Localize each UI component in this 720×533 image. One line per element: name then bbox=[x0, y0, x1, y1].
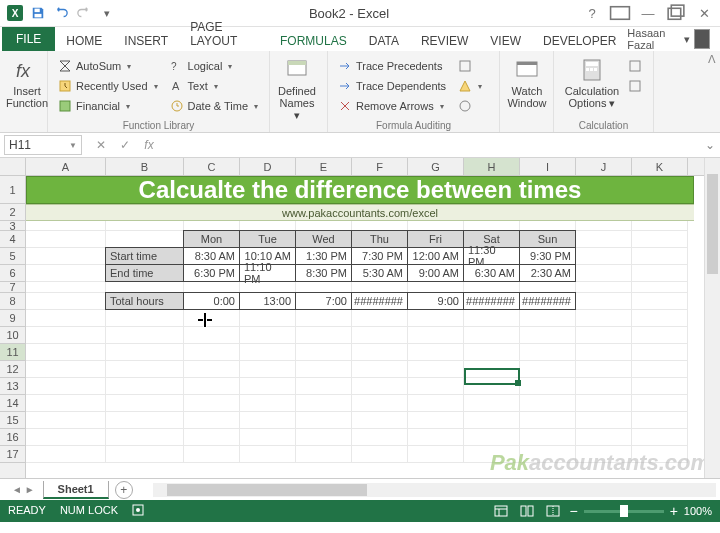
zoom-slider[interactable] bbox=[584, 510, 664, 513]
row-header-17[interactable]: 17 bbox=[0, 446, 25, 463]
tab-home[interactable]: HOME bbox=[55, 31, 113, 51]
start-time-label[interactable]: Start time bbox=[105, 247, 184, 265]
total-0[interactable]: 0:00 bbox=[183, 292, 240, 310]
page-break-view-icon[interactable] bbox=[543, 503, 563, 519]
text-button[interactable]: AText▾ bbox=[166, 76, 263, 96]
zoom-level[interactable]: 100% bbox=[684, 505, 712, 517]
end-2[interactable]: 8:30 PM bbox=[295, 264, 352, 282]
ribbon-display-icon[interactable] bbox=[609, 2, 631, 24]
row-header-7[interactable]: 7 bbox=[0, 282, 25, 293]
cells-area[interactable]: Calcualte the difference between times w… bbox=[26, 176, 720, 478]
row-header-9[interactable]: 9 bbox=[0, 310, 25, 327]
undo-icon[interactable] bbox=[51, 3, 71, 23]
horizontal-scrollbar[interactable] bbox=[153, 483, 716, 497]
row-header-2[interactable]: 2 bbox=[0, 204, 25, 221]
end-1[interactable]: 11:10 PM bbox=[239, 264, 296, 282]
start-4[interactable]: 12:00 AM bbox=[407, 247, 464, 265]
row-header-12[interactable]: 12 bbox=[0, 361, 25, 378]
user-account[interactable]: Hasaan Fazal ▾ bbox=[627, 27, 710, 51]
total-5[interactable]: ######## bbox=[463, 292, 520, 310]
total-3[interactable]: ######## bbox=[351, 292, 408, 310]
financial-button[interactable]: Financial▾ bbox=[54, 96, 162, 116]
add-sheet-button[interactable]: + bbox=[115, 481, 133, 499]
calc-sheet-button[interactable] bbox=[624, 76, 646, 96]
insert-function-button[interactable]: fx InsertFunction bbox=[6, 54, 48, 109]
qat-customize-icon[interactable]: ▾ bbox=[97, 3, 117, 23]
tab-review[interactable]: REVIEW bbox=[410, 31, 479, 51]
trace-precedents-button[interactable]: Trace Precedents bbox=[334, 56, 450, 76]
vertical-scrollbar[interactable] bbox=[704, 158, 720, 478]
enter-formula-icon[interactable]: ✓ bbox=[114, 135, 136, 155]
page-layout-view-icon[interactable] bbox=[517, 503, 537, 519]
day-header-4[interactable]: Fri bbox=[407, 230, 464, 248]
evaluate-formula-button[interactable] bbox=[454, 96, 486, 116]
row-header-4[interactable]: 4 bbox=[0, 231, 25, 248]
expand-formula-bar-icon[interactable]: ⌄ bbox=[700, 138, 720, 152]
start-0[interactable]: 8:30 AM bbox=[183, 247, 240, 265]
col-header-g[interactable]: G bbox=[408, 158, 464, 175]
zoom-in-button[interactable]: + bbox=[670, 503, 678, 519]
total-hours-label[interactable]: Total hours bbox=[105, 292, 184, 310]
defined-names-button[interactable]: DefinedNames ▾ bbox=[276, 54, 318, 121]
redo-icon[interactable] bbox=[74, 3, 94, 23]
day-header-0[interactable]: Mon bbox=[183, 230, 240, 248]
end-5[interactable]: 6:30 AM bbox=[463, 264, 520, 282]
col-header-e[interactable]: E bbox=[296, 158, 352, 175]
watch-window-button[interactable]: WatchWindow bbox=[506, 54, 548, 109]
col-header-d[interactable]: D bbox=[240, 158, 296, 175]
day-header-3[interactable]: Thu bbox=[351, 230, 408, 248]
minimize-icon[interactable]: — bbox=[637, 2, 659, 24]
total-2[interactable]: 7:00 bbox=[295, 292, 352, 310]
name-box[interactable]: H11▼ bbox=[4, 135, 82, 155]
formula-input[interactable] bbox=[164, 135, 700, 155]
start-6[interactable]: 9:30 PM bbox=[519, 247, 576, 265]
restore-icon[interactable] bbox=[665, 2, 687, 24]
row-header-6[interactable]: 6 bbox=[0, 265, 25, 282]
col-header-a[interactable]: A bbox=[26, 158, 106, 175]
calc-now-button[interactable] bbox=[624, 56, 646, 76]
start-3[interactable]: 7:30 PM bbox=[351, 247, 408, 265]
row-header-13[interactable]: 13 bbox=[0, 378, 25, 395]
help-icon[interactable]: ? bbox=[581, 2, 603, 24]
day-header-6[interactable]: Sun bbox=[519, 230, 576, 248]
recently-used-button[interactable]: Recently Used▾ bbox=[54, 76, 162, 96]
tab-developer[interactable]: DEVELOPER bbox=[532, 31, 627, 51]
col-header-f[interactable]: F bbox=[352, 158, 408, 175]
end-6[interactable]: 2:30 AM bbox=[519, 264, 576, 282]
tab-file[interactable]: FILE bbox=[2, 27, 55, 51]
fx-icon[interactable]: fx bbox=[138, 135, 160, 155]
total-4[interactable]: 9:00 bbox=[407, 292, 464, 310]
show-formulas-button[interactable] bbox=[454, 56, 486, 76]
excel-app-icon[interactable]: X bbox=[5, 3, 25, 23]
day-header-2[interactable]: Wed bbox=[295, 230, 352, 248]
col-header-j[interactable]: J bbox=[576, 158, 632, 175]
tab-data[interactable]: DATA bbox=[358, 31, 410, 51]
row-header-16[interactable]: 16 bbox=[0, 429, 25, 446]
date-time-button[interactable]: Date & Time▾ bbox=[166, 96, 263, 116]
tab-pagelayout[interactable]: PAGE LAYOUT bbox=[179, 17, 269, 51]
col-header-h[interactable]: H bbox=[464, 158, 520, 175]
end-4[interactable]: 9:00 AM bbox=[407, 264, 464, 282]
sheet-nav[interactable]: ◄ ► bbox=[4, 484, 43, 495]
row-header-5[interactable]: 5 bbox=[0, 248, 25, 265]
tab-insert[interactable]: INSERT bbox=[113, 31, 179, 51]
logical-button[interactable]: ?Logical▾ bbox=[166, 56, 263, 76]
collapse-ribbon-icon[interactable]: ᐱ bbox=[708, 53, 716, 66]
normal-view-icon[interactable] bbox=[491, 503, 511, 519]
sheet-tab-1[interactable]: Sheet1 bbox=[43, 481, 109, 499]
close-icon[interactable]: ✕ bbox=[693, 2, 715, 24]
remove-arrows-button[interactable]: Remove Arrows▾ bbox=[334, 96, 450, 116]
end-0[interactable]: 6:30 PM bbox=[183, 264, 240, 282]
spreadsheet-grid[interactable]: A B C D E F G H I J K 123456789101112131… bbox=[0, 158, 720, 478]
row-header-3[interactable]: 3 bbox=[0, 221, 25, 231]
end-3[interactable]: 5:30 AM bbox=[351, 264, 408, 282]
start-5[interactable]: 11:30 PM bbox=[463, 247, 520, 265]
row-header-14[interactable]: 14 bbox=[0, 395, 25, 412]
row-header-8[interactable]: 8 bbox=[0, 293, 25, 310]
tab-view[interactable]: VIEW bbox=[479, 31, 532, 51]
start-2[interactable]: 1:30 PM bbox=[295, 247, 352, 265]
col-header-k[interactable]: K bbox=[632, 158, 688, 175]
tab-formulas[interactable]: FORMULAS bbox=[269, 31, 358, 51]
row-header-10[interactable]: 10 bbox=[0, 327, 25, 344]
save-icon[interactable] bbox=[28, 3, 48, 23]
